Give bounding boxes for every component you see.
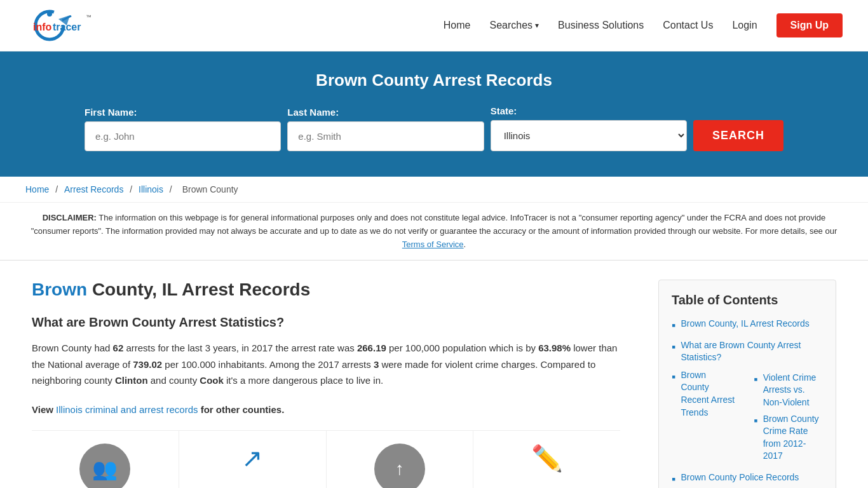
nav-searches[interactable]: Searches [489, 20, 532, 31]
arrest-count: 62 [113, 342, 124, 353]
breadcrumb-sep-1: / [55, 184, 60, 194]
article: Brown County, IL Arrest Records What are… [19, 261, 633, 488]
toc-sub-link[interactable]: Brown County Crime Rate from 2012-2017 [763, 413, 823, 463]
table-of-contents: Table of Contents ▪Brown County, IL Arre… [658, 280, 836, 488]
article-title-highlight: Brown [32, 280, 87, 299]
lower-pct: 63.98% [538, 342, 571, 353]
section1-title: What are Brown County Arrest Statistics? [32, 315, 620, 330]
icon-item-2: ↗ [179, 431, 327, 488]
toc-bullet: ▪ [672, 471, 675, 487]
toc-sub-link[interactable]: Violent Crime Arrests vs. Non-Violent [763, 372, 823, 409]
last-name-label: Last Name: [287, 107, 484, 118]
disclaimer-period: . [464, 240, 466, 249]
breadcrumb-brown-county: Brown County [182, 184, 238, 194]
toc-link[interactable]: What are Brown County Arrest Statistics? [681, 339, 823, 364]
up-arrow-circle-icon: ↑ [374, 444, 425, 488]
state-group: State: AlabamaAlaskaArizonaArkansasCalif… [491, 105, 687, 151]
svg-point-1 [47, 11, 52, 17]
hero-title: Brown County Arrest Records [25, 71, 843, 90]
breadcrumb-sep-3: / [170, 184, 175, 194]
toc-item: ▪What are Brown County Arrest Statistics… [672, 339, 823, 364]
chevron-down-icon: ▾ [535, 21, 539, 30]
toc-bullet: ▪ [754, 372, 757, 388]
toc-bullet: ▪ [672, 339, 675, 355]
view-label2: for other counties. [198, 404, 285, 415]
article-view-paragraph: View Illinois criminal and arrest record… [32, 402, 620, 418]
toc-bullet: ▪ [672, 318, 675, 334]
county2: Cook [200, 375, 224, 386]
disclaimer-text: The information on this webpage is for g… [31, 213, 837, 236]
breadcrumb-illinois[interactable]: Illinois [139, 184, 163, 194]
violent-count: 3 [374, 359, 379, 370]
svg-text:™: ™ [86, 14, 92, 20]
sidebar: Table of Contents ▪Brown County, IL Arre… [646, 261, 849, 488]
nav-searches-container[interactable]: Searches ▾ [489, 20, 539, 31]
breadcrumb-sep-2: / [130, 184, 135, 194]
toc-bullet: ▪ [754, 413, 757, 429]
hero-section: Brown County Arrest Records First Name: … [0, 51, 868, 177]
illinois-records-link[interactable]: Illinois criminal and arrest records [56, 404, 198, 415]
logo[interactable]: info tracer ™ [25, 6, 108, 44]
toc-sub-item: ▪Violent Crime Arrests vs. Non-Violent [754, 372, 823, 409]
arrest-rate: 266.19 [357, 342, 386, 353]
national-avg: 739.02 [133, 359, 162, 370]
county1: Clinton [115, 375, 148, 386]
nav-login[interactable]: Login [732, 20, 757, 31]
icon-item-3: ↑ [327, 431, 474, 488]
last-name-input[interactable] [287, 121, 484, 151]
nav-home[interactable]: Home [444, 20, 471, 31]
main-content: Brown County, IL Arrest Records What are… [0, 261, 868, 488]
disclaimer: DISCLAIMER: The information on this webp… [0, 203, 868, 261]
breadcrumb-arrest-records[interactable]: Arrest Records [64, 184, 123, 194]
toc-item: ▪Brown County Recent Arrest Trends▪Viole… [672, 369, 823, 466]
toc-item: ▪Brown County, IL Arrest Records [672, 318, 823, 334]
nav-contact-us[interactable]: Contact Us [663, 20, 713, 31]
last-name-group: Last Name: [287, 107, 484, 151]
header: info tracer ™ Home Searches ▾ Business S… [0, 0, 868, 51]
svg-text:info: info [33, 22, 52, 32]
toc-title: Table of Contents [672, 293, 823, 308]
breadcrumb-home[interactable]: Home [25, 184, 49, 194]
first-name-group: First Name: [85, 107, 281, 151]
icon-item-1: 👥 [32, 431, 179, 488]
first-name-label: First Name: [85, 107, 281, 118]
search-form: First Name: Last Name: State: AlabamaAla… [85, 105, 783, 151]
view-label: View [32, 404, 56, 415]
icons-row: 👥 ↗ ↑ ✏️ [32, 430, 620, 488]
pencil-icon: ✏️ [531, 444, 563, 473]
main-nav: Home Searches ▾ Business Solutions Conta… [444, 13, 843, 37]
terms-of-service-link[interactable]: Terms of Service [402, 240, 464, 249]
toc-list: ▪Brown County, IL Arrest Records▪What ar… [672, 318, 823, 488]
state-select[interactable]: AlabamaAlaskaArizonaArkansasCaliforniaCo… [491, 120, 687, 151]
nav-business-solutions[interactable]: Business Solutions [558, 20, 644, 31]
toc-item: ▪Brown County Police Records [672, 471, 823, 487]
signup-button[interactable]: Sign Up [776, 13, 843, 37]
icon-item-4: ✏️ [473, 431, 620, 488]
disclaimer-label: DISCLAIMER: [43, 213, 97, 222]
article-title: Brown County, IL Arrest Records [32, 280, 620, 300]
first-name-input[interactable] [85, 121, 281, 151]
people-icon: 👥 [79, 444, 130, 488]
state-label: State: [491, 105, 687, 116]
toc-sub-item: ▪Brown County Crime Rate from 2012-2017 [754, 413, 823, 463]
toc-link[interactable]: Brown County Recent Arrest Trends [681, 369, 736, 419]
toc-bullet: ▪ [672, 369, 675, 385]
breadcrumb: Home / Arrest Records / Illinois / Brown… [0, 177, 868, 203]
search-button[interactable]: SEARCH [693, 120, 783, 151]
toc-link[interactable]: Brown County, IL Arrest Records [681, 318, 809, 330]
toc-link[interactable]: Brown County Police Records [681, 471, 799, 484]
article-title-rest: County, IL Arrest Records [87, 280, 310, 299]
arrow-up-icon: ↗ [241, 444, 263, 473]
article-stats-paragraph: Brown County had 62 arrests for the last… [32, 340, 620, 389]
svg-text:tracer: tracer [53, 22, 81, 32]
